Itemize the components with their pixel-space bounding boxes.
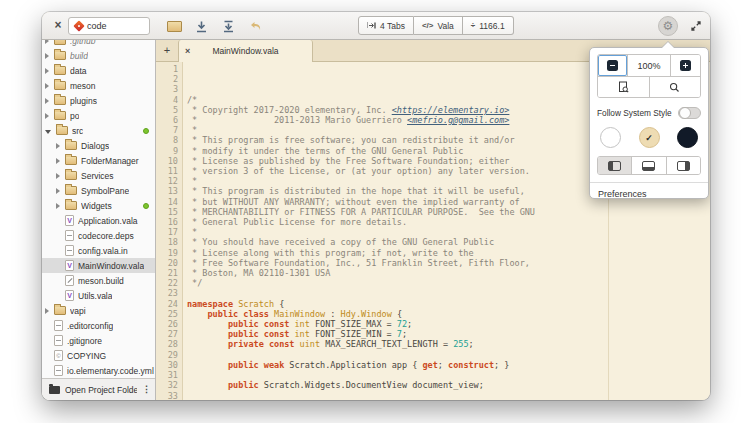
- search-button[interactable]: [649, 77, 701, 97]
- code-token: MAX_SEARCH_TEXT_LENGTH =: [320, 339, 453, 349]
- zoom-out-icon: [607, 60, 618, 71]
- tree-item-label: SymbolPane: [81, 186, 129, 196]
- settings-menu-button[interactable]: ⚙: [658, 16, 678, 36]
- line-number: 2: [156, 74, 178, 84]
- sidebar-menu-button[interactable]: ⋮: [142, 385, 151, 394]
- line-number: 13: [156, 186, 178, 196]
- tab-mainwindow-vala[interactable]: × MainWindow.vala: [178, 40, 313, 62]
- project-chooser-button[interactable]: code: [68, 17, 150, 35]
- code-line: [187, 288, 710, 298]
- dark-style-button[interactable]: [677, 127, 698, 148]
- tree-item-label: Utils.vala: [78, 291, 112, 301]
- code-line: * License along with this program; if no…: [187, 248, 710, 258]
- expander-icon[interactable]: [56, 188, 60, 194]
- tree-item-label: Application.vala: [78, 216, 138, 226]
- code-token: public class: [207, 309, 268, 319]
- line-number: 29: [156, 350, 178, 360]
- code-token: FONT_SIZE_MAX =: [310, 319, 397, 329]
- expander-icon[interactable]: [45, 83, 49, 89]
- tree-item-mainwindow-vala[interactable]: MainWindow.vala: [42, 258, 155, 273]
- project-name: code: [87, 21, 107, 31]
- save-as-button[interactable]: [216, 15, 240, 37]
- fullscreen-button[interactable]: [688, 18, 704, 34]
- expander-icon[interactable]: [45, 98, 49, 104]
- code-token: <mefrio.g@gmail.com>: [407, 115, 509, 125]
- tree-item-data[interactable]: data: [42, 63, 155, 78]
- tree-item-gitignore[interactable]: .gitignore: [42, 333, 155, 348]
- line-number: 30: [156, 360, 178, 370]
- sepia-style-button[interactable]: ✓: [639, 127, 660, 148]
- window-close-button[interactable]: ×: [50, 18, 66, 34]
- tree-item-io-elementary-code-yml[interactable]: io.elementary.code.yml: [42, 363, 155, 378]
- tree-item-meson-build[interactable]: meson.build: [42, 273, 155, 288]
- statusbar-button-group: 4 Tabs </> Vala ÷ 1166.1: [358, 16, 514, 35]
- language-button[interactable]: </> Vala: [414, 16, 463, 35]
- tree-item-src[interactable]: src: [42, 123, 155, 138]
- line-column-label: 1166.1: [479, 21, 504, 31]
- tree-item-dialogs[interactable]: Dialogs: [42, 138, 155, 153]
- text-file-icon: [65, 230, 74, 241]
- tree-item-config-vala-in[interactable]: config.vala.in: [42, 243, 155, 258]
- open-project-bar[interactable]: Open Project Folder… ⋮: [42, 378, 155, 400]
- tree-item-widgets[interactable]: Widgets: [42, 198, 155, 213]
- tree-item-po[interactable]: po: [42, 108, 155, 123]
- tab-close-button[interactable]: ×: [185, 46, 197, 56]
- light-style-button[interactable]: [600, 127, 621, 148]
- new-tab-button[interactable]: +: [156, 40, 178, 61]
- tree-item-meson[interactable]: meson: [42, 78, 155, 93]
- follow-system-toggle[interactable]: [678, 107, 701, 119]
- zoom-in-button[interactable]: [670, 55, 700, 76]
- preferences-menu-item[interactable]: Preferences: [597, 183, 701, 205]
- line-number: 3: [156, 84, 178, 94]
- layout-bottom-panel-button[interactable]: [631, 157, 665, 174]
- expander-icon[interactable]: [45, 40, 49, 44]
- expander-icon[interactable]: [45, 68, 49, 74]
- tree-item-utils-vala[interactable]: Utils.vala: [42, 288, 155, 303]
- text-file-icon: [54, 365, 63, 376]
- expander-icon[interactable]: [56, 203, 60, 209]
- code-token: public const: [228, 319, 289, 329]
- text-file-icon: [54, 320, 63, 331]
- code-token: [187, 360, 228, 370]
- code-line: */: [187, 278, 710, 288]
- layout-sidebar-button[interactable]: [598, 157, 631, 174]
- tree-item-symbolpane[interactable]: SymbolPane: [42, 183, 155, 198]
- tree-item-codecore-deps[interactable]: codecore.deps: [42, 228, 155, 243]
- tree-item-services[interactable]: Services: [42, 168, 155, 183]
- tree-item-editorconfig[interactable]: .editorconfig: [42, 318, 155, 333]
- zoom-out-button[interactable]: [598, 55, 627, 76]
- expander-icon[interactable]: [56, 173, 60, 179]
- code-line: [187, 391, 710, 401]
- line-column-button[interactable]: ÷ 1166.1: [463, 16, 514, 35]
- tree-item-plugins[interactable]: plugins: [42, 93, 155, 108]
- language-button-label: Vala: [437, 21, 453, 31]
- layout-right-panel-button[interactable]: [666, 157, 700, 174]
- open-file-button[interactable]: [162, 15, 186, 37]
- tabs-overview-button[interactable]: 4 Tabs: [358, 16, 414, 35]
- tree-item-build[interactable]: build: [42, 48, 155, 63]
- find-in-file-button[interactable]: [598, 77, 649, 97]
- search-icon: [669, 82, 680, 93]
- expander-icon[interactable]: [45, 113, 49, 119]
- tree-item-foldermanager[interactable]: FolderManager: [42, 153, 155, 168]
- code-line: [187, 350, 710, 360]
- expander-icon[interactable]: [56, 143, 60, 149]
- file-tree[interactable]: .githubbuilddatamesonpluginsposrcDialogs…: [42, 40, 155, 378]
- tree-item-vapi[interactable]: vapi: [42, 303, 155, 318]
- line-number: 21: [156, 268, 178, 278]
- tree-item-github[interactable]: .github: [42, 40, 155, 48]
- expander-icon[interactable]: [45, 130, 51, 134]
- code-token: [187, 319, 228, 329]
- folder-icon: [54, 51, 66, 60]
- expander-icon[interactable]: [45, 308, 49, 314]
- tree-item-application-vala[interactable]: Application.vala: [42, 213, 155, 228]
- code-token: namespace: [187, 299, 233, 309]
- expander-icon[interactable]: [45, 53, 49, 59]
- save-button[interactable]: [189, 15, 213, 37]
- line-number: 6: [156, 115, 178, 125]
- code-token: [187, 350, 192, 360]
- line-number: 4: [156, 95, 178, 105]
- undo-button[interactable]: [243, 15, 267, 37]
- expander-icon[interactable]: [56, 158, 60, 164]
- tree-item-copying[interactable]: COPYING: [42, 348, 155, 363]
